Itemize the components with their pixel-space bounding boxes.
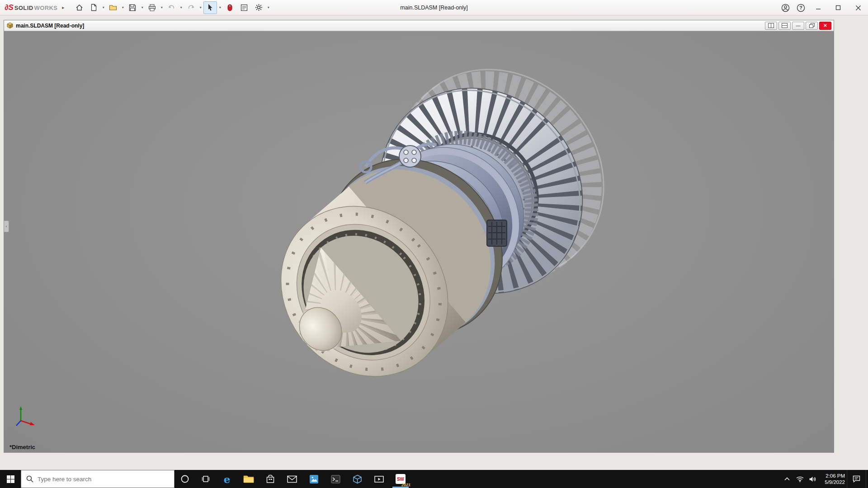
flange-bolt: [404, 158, 408, 163]
taskbar-app-3d-viewer[interactable]: [346, 470, 368, 488]
movies-icon: [374, 475, 384, 483]
print-dropdown[interactable]: ▾: [159, 1, 164, 14]
terminal-icon: [331, 475, 340, 483]
app-maximize-button[interactable]: [828, 0, 848, 15]
solidworks-logo[interactable]: ∂S SOLIDWORKS: [0, 3, 62, 12]
new-document-button[interactable]: [87, 1, 100, 14]
orientation-triad[interactable]: [16, 406, 35, 426]
print-button[interactable]: [145, 1, 159, 14]
svg-text:?: ?: [799, 5, 802, 10]
redo-dropdown[interactable]: ▾: [198, 1, 203, 14]
print-icon: [148, 4, 156, 11]
maximize-icon: [835, 5, 841, 10]
doc-restore-button[interactable]: [806, 22, 818, 30]
help-icon: ?: [797, 4, 805, 12]
taskbar-app-file-explorer[interactable]: [238, 470, 259, 488]
document-titlebar[interactable]: main.SLDASM [Read-only] — ✕: [4, 20, 834, 31]
gearbox-module: [487, 220, 507, 246]
help-button[interactable]: ?: [793, 0, 808, 15]
evaluate-button[interactable]: [237, 1, 251, 14]
document-window-controls: — ✕: [765, 22, 831, 30]
flange-bolt: [404, 150, 408, 155]
save-icon: [129, 4, 136, 11]
app-titlebar: ∂S SOLIDWORKS ▸ ▾ ▾ ▾ ▾: [0, 0, 868, 15]
home-button[interactable]: [72, 1, 86, 14]
task-view-button[interactable]: [195, 470, 216, 488]
show-desktop-button[interactable]: [866, 470, 868, 488]
minimize-icon: [816, 5, 821, 10]
gear-icon: [255, 4, 263, 11]
jet-engine-assembly: [233, 31, 646, 426]
engine-3d-model: [4, 31, 834, 452]
photos-icon: [309, 474, 319, 484]
clock-time: 2:06 PM: [826, 473, 845, 479]
doc-split-horizontal-button[interactable]: [765, 22, 777, 30]
triad-x-axis: [21, 421, 32, 424]
brand-works-text: WORKS: [34, 5, 57, 11]
taskbar-app-edge[interactable]: e: [216, 470, 238, 488]
view-orientation-label: *Dimetric: [9, 444, 35, 450]
network-button[interactable]: [793, 470, 806, 488]
taskbar-app-movies[interactable]: [368, 470, 390, 488]
doc-split-vertical-button[interactable]: [778, 22, 791, 30]
redo-button[interactable]: [184, 1, 198, 14]
graphics-viewport[interactable]: ‹ *Dimetric: [4, 31, 834, 452]
undo-dropdown[interactable]: ▾: [179, 1, 184, 14]
app-minimize-button[interactable]: [808, 0, 828, 15]
cortana-icon: [180, 474, 189, 483]
options-dropdown[interactable]: ▾: [266, 1, 271, 14]
store-icon: [266, 474, 275, 483]
solidworks-window: ∂S SOLIDWORKS ▸ ▾ ▾ ▾ ▾: [0, 0, 868, 488]
taskbar-app-terminal[interactable]: [325, 470, 346, 488]
3d-viewer-icon: [353, 474, 362, 484]
select-tool-dropdown[interactable]: ▾: [217, 1, 222, 14]
doc-close-button[interactable]: ✕: [819, 22, 831, 30]
home-icon: [75, 4, 83, 11]
search-input[interactable]: [38, 476, 164, 483]
taskbar-app-mail[interactable]: [281, 470, 303, 488]
split-vertical-icon: [782, 23, 788, 28]
start-button[interactable]: [0, 470, 21, 488]
new-document-dropdown[interactable]: ▾: [101, 1, 106, 14]
triad-z-axis: [16, 421, 21, 426]
feature-panel-collapse-tab[interactable]: ‹: [4, 221, 9, 232]
taskbar-search[interactable]: [21, 470, 175, 488]
flange-bolt: [412, 158, 416, 163]
split-horizontal-icon: [768, 23, 774, 28]
chevron-up-icon: [784, 477, 790, 481]
action-center-icon: [853, 475, 860, 483]
taskbar-app-photos[interactable]: [303, 470, 325, 488]
save-button[interactable]: [126, 1, 139, 14]
user-account-icon: [781, 4, 790, 12]
clock-date: 5/9/2022: [825, 479, 845, 485]
wifi-icon: [796, 476, 804, 482]
toolbar-flyout-arrow[interactable]: ▸: [62, 5, 68, 10]
new-document-icon: [90, 4, 97, 11]
volume-button[interactable]: [806, 470, 819, 488]
search-icon: [26, 475, 33, 483]
titlebar-right-controls: ?: [778, 0, 868, 15]
action-center-button[interactable]: [847, 470, 866, 488]
redo-icon: [187, 4, 195, 11]
speaker-icon: [809, 476, 816, 483]
flange-bolt: [412, 150, 416, 155]
cortana-button[interactable]: [175, 470, 195, 488]
mouse-gestures-button[interactable]: [223, 1, 236, 14]
doc-minimize-button[interactable]: —: [792, 22, 804, 30]
document-window: main.SLDASM [Read-only] — ✕: [4, 20, 834, 453]
tray-overflow-button[interactable]: [781, 470, 793, 488]
undo-button[interactable]: [165, 1, 178, 14]
select-tool-button[interactable]: [203, 1, 217, 14]
triad-y-arrow: [19, 406, 22, 410]
open-dropdown[interactable]: ▾: [120, 1, 125, 14]
taskbar-app-solidworks-active[interactable]: SW 2021: [390, 470, 411, 488]
account-button[interactable]: [778, 0, 793, 15]
options-button[interactable]: [252, 1, 265, 14]
open-button[interactable]: [106, 1, 120, 14]
app-close-button[interactable]: [848, 0, 868, 15]
taskbar-clock[interactable]: 2:06 PM 5/9/2022: [819, 470, 847, 488]
mouse-gestures-icon: [227, 4, 232, 11]
save-dropdown[interactable]: ▾: [140, 1, 145, 14]
taskbar-app-store[interactable]: [259, 470, 281, 488]
system-tray: 2:06 PM 5/9/2022: [781, 470, 868, 488]
